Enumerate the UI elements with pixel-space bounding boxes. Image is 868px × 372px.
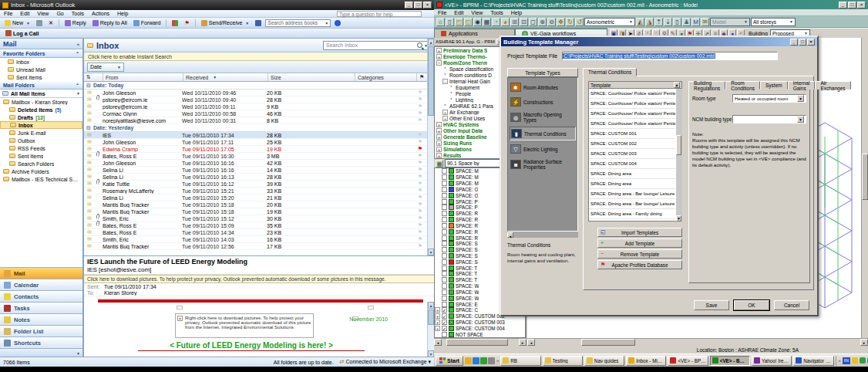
tray-icon[interactable] bbox=[860, 357, 866, 364]
email-row[interactable]: ✉ Selina Li Tue 09/11/2010 16:13 28 KB ⚑ bbox=[84, 174, 428, 181]
menu-item[interactable]: Tools bbox=[68, 11, 88, 16]
thermal-conditions-tab[interactable]: Thermal Conditions bbox=[583, 68, 637, 76]
received-column[interactable]: Received▼ bbox=[183, 73, 268, 81]
toolbar-icon[interactable]: ✥ bbox=[557, 18, 565, 26]
flag-icon[interactable]: ⚑ bbox=[415, 103, 425, 110]
space-checkbox[interactable] bbox=[442, 217, 447, 222]
quick-launch-icon[interactable] bbox=[480, 357, 487, 364]
toolbar-icon[interactable]: ◮ bbox=[645, 18, 654, 26]
language-indicator[interactable]: IN bbox=[843, 357, 850, 364]
flag-icon[interactable]: ⚑ bbox=[415, 243, 425, 249]
expander-icon[interactable]: + bbox=[436, 128, 442, 134]
expander-icon[interactable] bbox=[435, 193, 440, 198]
expander-icon[interactable]: + bbox=[435, 320, 440, 325]
favorite-folder-item[interactable]: Unread Mail bbox=[0, 66, 82, 73]
mail-folders-header[interactable]: Mail Folders⌃ bbox=[0, 81, 82, 90]
toolbar-icon[interactable]: ▦ bbox=[483, 18, 491, 26]
template-types-header[interactable]: Template Types bbox=[507, 68, 578, 77]
taskbar-button[interactable]: RB bbox=[500, 356, 540, 366]
flag-icon[interactable]: ⚑ bbox=[415, 110, 425, 117]
menu-item[interactable]: View bbox=[33, 11, 52, 16]
space-checkbox[interactable] bbox=[442, 283, 447, 289]
email-row[interactable]: ✉ John Gleeson Tue 09/11/2010 16:16 42 K… bbox=[84, 160, 428, 167]
flag-icon[interactable]: ⚑ bbox=[415, 132, 425, 138]
email-row[interactable]: ✉ Mantis Bug Tracker Tue 09/11/2010 15:1… bbox=[84, 201, 428, 208]
instant-search-bar[interactable]: Click here to enable Instant Search bbox=[84, 52, 434, 61]
storeys-select[interactable]: All storeys▼ bbox=[751, 18, 796, 26]
nav-module-button[interactable]: Shortcuts bbox=[0, 336, 82, 348]
maximize-button[interactable]: □ bbox=[848, 2, 856, 8]
close-button[interactable]: × bbox=[857, 2, 866, 8]
menu-item[interactable]: File bbox=[0, 11, 16, 16]
favorite-folder-item[interactable]: Sent Items bbox=[0, 73, 82, 81]
template-item[interactable]: SPACE: CUSTOM 001 bbox=[589, 129, 675, 139]
flag-icon[interactable]: ⚑ bbox=[415, 201, 425, 208]
space-checkbox[interactable] bbox=[442, 241, 447, 246]
print-button[interactable] bbox=[34, 19, 45, 27]
expander-icon[interactable] bbox=[435, 253, 440, 259]
expander-icon[interactable]: + bbox=[435, 313, 440, 319]
flag-icon[interactable]: ⚑ bbox=[415, 194, 425, 201]
follow-up-button[interactable]: ⚑ bbox=[182, 19, 191, 27]
start-button[interactable]: Start bbox=[436, 356, 463, 366]
taskbar-button[interactable]: Testing bbox=[543, 356, 583, 366]
folder-tree-item[interactable]: Archive Folders bbox=[0, 167, 82, 175]
toolbar-icon[interactable]: ↺ bbox=[575, 18, 584, 26]
dialog-titlebar[interactable]: Building Template Manager _ □ × bbox=[501, 37, 817, 46]
minimize-button[interactable]: _ bbox=[790, 39, 798, 46]
taskbar-button[interactable]: Inbox - Microsof... bbox=[626, 356, 666, 366]
email-row[interactable]: ✉ John Gleeson Wed 10/11/2010 09:46 20 K… bbox=[84, 90, 428, 96]
folder-tree-item[interactable]: Drafts [13] bbox=[0, 113, 82, 121]
favorite-folders-header[interactable]: Favorite Folders⌃ bbox=[0, 49, 82, 58]
email-row[interactable]: ✉ Smith, Eric Tue 09/11/2010 14:03 16 KB… bbox=[84, 236, 428, 243]
expander-icon[interactable] bbox=[435, 271, 440, 276]
email-row[interactable]: ✉ John Gleeson Tue 09/11/2010 17:11 25 K… bbox=[84, 139, 428, 146]
template-item[interactable]: SPACE: Dining area bbox=[589, 169, 675, 179]
expander-icon[interactable]: + bbox=[442, 116, 448, 121]
toolbar-icon[interactable]: ⊖ bbox=[547, 18, 556, 26]
flag-icon[interactable]: ⚑ bbox=[415, 208, 425, 215]
folder-tree-item[interactable]: Deleted Items (5) bbox=[0, 106, 82, 113]
search-address-books-input[interactable]: Search address books▼ bbox=[265, 19, 331, 27]
taskbar-button[interactable]: Navigator for AS... bbox=[793, 356, 833, 366]
toolbar-icon[interactable]: ◕ bbox=[501, 18, 510, 26]
space-checkbox[interactable] bbox=[442, 332, 447, 337]
toolbar-icon[interactable]: ⇣ bbox=[664, 18, 672, 26]
email-row[interactable]: ✉ pstorey@eircom.ie Wed 10/11/2010 09:11… bbox=[84, 103, 428, 110]
template-item[interactable]: SPACE: Dining area - Family dining bbox=[589, 209, 675, 219]
toolbar-icon[interactable]: ⊕ bbox=[538, 18, 547, 26]
menu-item[interactable]: Help bbox=[113, 11, 132, 16]
favorite-folder-item[interactable]: Inbox bbox=[0, 58, 82, 66]
email-row[interactable]: ✉ IES Tue 09/11/2010 17:34 28 KB ⚑ bbox=[84, 132, 428, 139]
download-pictures-infobar[interactable]: Click here to download pictures. To help… bbox=[84, 275, 434, 283]
space-checkbox[interactable] bbox=[442, 168, 447, 174]
space-row[interactable]: NOT SPACE bbox=[435, 331, 525, 337]
expander-icon[interactable] bbox=[435, 199, 440, 205]
quick-launch-icon[interactable] bbox=[488, 357, 495, 364]
restore-button[interactable]: □ bbox=[799, 39, 806, 46]
space-checkbox[interactable] bbox=[442, 271, 447, 276]
template-item[interactable]: SPACE: Courthouse/ Police station/ Penit… bbox=[589, 99, 675, 109]
flag-icon[interactable]: ⚑ bbox=[415, 222, 425, 228]
space-checkbox[interactable]: ✓ bbox=[442, 307, 447, 313]
folder-tree-item[interactable]: Mailbox - IES Technical Support bbox=[0, 175, 82, 183]
expander-icon[interactable] bbox=[435, 332, 440, 337]
save-button[interactable]: Save bbox=[694, 300, 729, 310]
expander-icon[interactable] bbox=[435, 241, 440, 246]
template-item[interactable]: SPACE: Courthouse/ Police station/ Penit… bbox=[589, 119, 675, 129]
template-item[interactable]: SPACE: CUSTOM 004 bbox=[589, 159, 675, 169]
expander-icon[interactable]: * bbox=[442, 66, 448, 72]
importance-column[interactable]: ⇅ bbox=[84, 73, 103, 81]
tray-icon[interactable] bbox=[852, 357, 858, 364]
flag-icon[interactable]: ⚑ bbox=[415, 153, 425, 159]
expander-icon[interactable] bbox=[435, 289, 440, 295]
settings-tab[interactable]: Building Regulations bbox=[688, 81, 725, 90]
template-action-button[interactable]: ◱ Import Templates bbox=[597, 228, 682, 237]
outlook-titlebar[interactable]: Inbox - Microsoft Outlook _ □ × bbox=[0, 0, 434, 10]
address-book-button[interactable] bbox=[253, 19, 264, 27]
toolbar-icon[interactable]: ◻ bbox=[529, 18, 537, 26]
space-checkbox[interactable] bbox=[442, 211, 447, 216]
nav-module-button[interactable]: Tasks bbox=[0, 302, 82, 313]
nav-module-button[interactable]: Calendar bbox=[0, 279, 82, 290]
expander-icon[interactable] bbox=[435, 235, 440, 241]
